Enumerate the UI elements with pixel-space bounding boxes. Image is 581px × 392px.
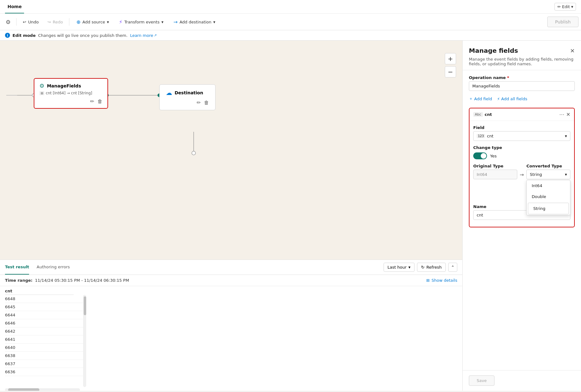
table-row: 6641 [5,335,86,344]
lightning-icon: ⚡ [497,97,500,101]
field-type-badge: 123 [477,134,485,138]
zoom-in-button[interactable]: + [445,53,456,64]
delete-node-icon[interactable]: 🗑 [97,98,102,104]
toggle-yes-label: Yes [490,154,497,158]
destination-node-icon: ☁ [166,89,172,97]
chevron-down-icon: ▾ [565,172,567,177]
save-button[interactable]: Save [469,375,494,386]
table-row: 6637 [5,360,86,368]
undo-icon: ↩ [23,20,26,24]
transform-icon: ⚡ [119,19,122,25]
expand-panel-button[interactable]: ⌃ [448,263,457,272]
add-field-button[interactable]: ＋ Add field [469,96,492,102]
original-type-input [473,170,517,179]
converted-type-select[interactable]: String ▾ [526,170,570,179]
operation-name-label: Operation name [469,75,506,80]
table-row: 6645 [5,303,86,311]
table-row: 6638 [5,352,86,360]
add-destination-icon: → [173,19,177,25]
field-card-type-icon: Abc [473,112,483,117]
settings-icon: ⚙ [6,19,11,25]
time-range-value: 11/14/24 05:30:15 PM - 11/14/24 06:30:15… [35,278,129,283]
chevron-down-icon: ▾ [409,265,411,270]
table-col-header: cnt [5,286,74,295]
redo-icon: ↪ [47,20,51,24]
pencil-icon: ✏ [557,4,561,9]
chevron-down-icon: ▾ [565,134,567,138]
home-tab[interactable]: Home [5,0,24,13]
manage-fields-node-icon: ⚙ [39,82,44,89]
add-destination-button[interactable]: → Add destination ▾ [169,17,220,27]
external-link-icon: ↗ [154,33,157,37]
show-details-icon: ⊞ [426,278,430,283]
type-option-string[interactable]: String [528,203,569,214]
undo-button[interactable]: ↩ Undo [19,18,42,26]
table-row: 6636 [5,368,86,376]
svg-point-7 [192,151,196,155]
table-row: 6642 [5,327,86,335]
type-dropdown-menu: Int64 Double String [526,180,570,215]
field-card-more-button[interactable]: ⋯ [559,112,564,117]
change-type-label: Change type [473,145,570,150]
edit-node-icon[interactable]: ✏ [90,98,94,104]
add-source-button[interactable]: ⊕ Add source ▾ [72,17,113,27]
original-type-label: Original Type [473,164,517,168]
redo-button[interactable]: ↪ Redo [44,18,67,26]
chevron-down-icon: ▾ [107,20,109,24]
chevron-down-icon: ▾ [213,20,216,24]
type-option-int64[interactable]: Int64 [527,180,570,191]
close-panel-button[interactable]: ✕ [570,47,575,54]
last-hour-dropdown[interactable]: Last hour ▾ [384,263,415,272]
add-source-icon: ⊕ [76,19,80,25]
table-row: 6644 [5,311,86,319]
required-indicator: * [507,75,509,80]
info-icon: i [5,33,10,38]
tab-authoring-errors[interactable]: Authoring errors [37,260,70,275]
destination-node[interactable]: ☁ Destination ✏ 🗑 [159,84,216,110]
field-label: Field [473,125,570,130]
manage-fields-node-subtitle: cnt [Int64] → cnt [String] [46,91,92,95]
operation-name-input[interactable] [469,81,575,91]
chevron-down-icon: ▾ [571,4,573,9]
chevron-down-icon: ▾ [161,20,164,24]
edit-button[interactable]: ✏ Edit ▾ [554,3,576,11]
field-card-close-button[interactable]: ✕ [566,112,570,117]
refresh-button[interactable]: ↻ Refresh [417,263,446,272]
panel-title: Manage fields [469,47,518,54]
delete-destination-icon[interactable]: 🗑 [204,100,209,106]
table-row: 6640 [5,344,86,352]
chevron-icon: ⌃ [451,265,454,270]
converted-type-label: Converted Type [526,164,570,168]
change-type-toggle[interactable] [473,152,487,159]
refresh-icon: ↻ [421,265,425,270]
table-row: 6648 [5,295,86,303]
edit-mode-badge: Edit mode [12,33,36,38]
tab-test-result[interactable]: Test result [5,260,29,275]
panel-description: Manage the event fields by adding fields… [469,57,575,66]
field-select[interactable]: 123 cnt ▾ [473,131,570,141]
zoom-out-button[interactable]: − [445,66,456,77]
time-range-label: Time range: [5,278,32,283]
settings-button[interactable]: ⚙ [2,16,14,27]
publish-button[interactable]: Publish [547,17,579,27]
field-card-title: cnt [485,112,558,117]
add-all-fields-button[interactable]: ⚡ Add all fields [497,97,527,101]
destination-node-title: Destination [175,90,203,95]
manage-fields-node[interactable]: ⚙ ManageFields ⊞ cnt [Int64] → cnt [Stri… [34,78,108,109]
manage-fields-node-title: ManageFields [47,83,81,88]
edit-destination-icon[interactable]: ✏ [197,100,201,106]
learn-more-link[interactable]: Learn more ↗ [130,33,156,38]
field-card: Abc cnt ⋯ ✕ Field 123 cnt [469,108,575,227]
show-details-button[interactable]: ⊞ Show details [426,278,457,283]
table-row: 6646 [5,319,86,327]
plus-icon: ＋ [469,96,473,102]
transform-events-button[interactable]: ⚡ Transform events ▾ [115,17,168,27]
edit-mode-description: Changes will go live once you publish th… [38,33,127,38]
type-option-double[interactable]: Double [527,191,570,202]
